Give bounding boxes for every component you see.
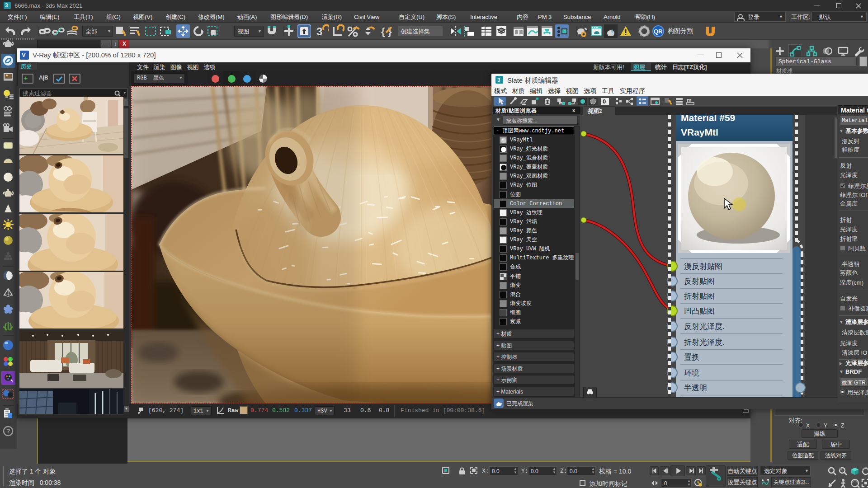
svg-text:0: 0 [603, 98, 606, 105]
svg-text:环境: 环境 [684, 369, 699, 377]
svg-text:QR: QR [654, 28, 663, 35]
svg-text:折射光泽度.: 折射光泽度. [684, 338, 725, 347]
svg-text:凹凸贴图: 凹凸贴图 [684, 307, 715, 315]
svg-text:Material #59: Material #59 [681, 115, 735, 123]
svg-text:?: ? [6, 427, 10, 435]
svg-text:反射贴图: 反射贴图 [684, 277, 715, 286]
svg-text:折射贴图: 折射贴图 [684, 292, 715, 300]
svg-text:{: { [381, 26, 385, 37]
svg-text:3: 3 [316, 25, 322, 38]
svg-text:漫反射贴图: 漫反射贴图 [684, 262, 722, 271]
svg-text:VRayMtl: VRayMtl [681, 127, 718, 137]
svg-text:置换: 置换 [684, 353, 699, 361]
svg-text:半透明: 半透明 [684, 384, 707, 392]
svg-text:反射光泽度.: 反射光泽度. [684, 322, 725, 331]
